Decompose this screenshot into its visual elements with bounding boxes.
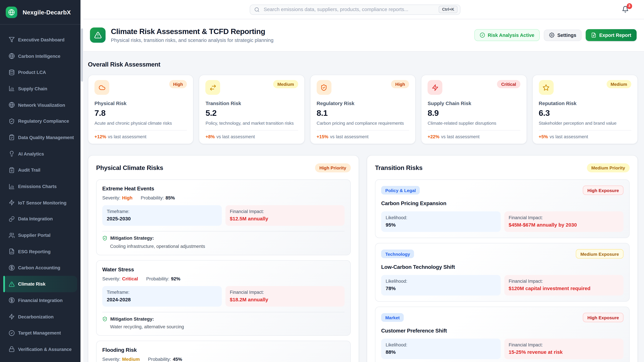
risk-analysis-status-pill: Risk Analysis Active xyxy=(474,29,540,41)
sidebar-item[interactable]: Supply Chain xyxy=(3,80,77,97)
likelihood-value: 95% xyxy=(386,222,496,228)
brand: Nexgile-DecarbX xyxy=(0,0,80,25)
main-content: Overall Risk Assessment High Physical Ri… xyxy=(83,52,644,362)
notifications-button[interactable]: 3 xyxy=(622,6,629,13)
risk-level-badge: Medium xyxy=(273,80,298,88)
likelihood-box: Likelihood: 88% xyxy=(381,339,500,359)
exposure-badge: High Exposure xyxy=(583,186,623,195)
sidebar-item-label: Target Management xyxy=(18,331,61,335)
sidebar-nav: Executive Dashboard Carbon Intelligence … xyxy=(0,25,80,358)
sidebar-item[interactable]: Verification & Assurance xyxy=(3,341,77,357)
page-icon-tile xyxy=(90,27,106,43)
probability-label: Probability: xyxy=(146,276,170,281)
sidebar-scrollbar-thumb[interactable] xyxy=(81,28,83,82)
sidebar-item[interactable]: Target Management xyxy=(3,325,77,341)
category-badge: Policy & Legal xyxy=(381,186,420,194)
sidebar-item[interactable]: Network Visualization xyxy=(3,97,77,113)
risk-summary-card: Medium Transition Risk 5.2 Policy, techn… xyxy=(199,75,304,144)
sidebar-item[interactable]: Financial Integration xyxy=(3,292,77,309)
risk-score-value: 5.2 xyxy=(206,108,298,118)
sidebar-item-label: Carbon Intelligence xyxy=(18,54,60,58)
delta-suffix: vs last assessment xyxy=(441,134,480,139)
sidebar-item[interactable]: Data Quality Management xyxy=(3,129,77,146)
sidebar-item[interactable]: Audit Trail xyxy=(3,162,77,178)
risk-score-value: 8.9 xyxy=(428,108,520,118)
category-badge: Technology xyxy=(381,250,414,258)
clipboard-check-icon xyxy=(8,134,15,141)
risk-summary-card: High Physical Risk 7.8 Acute and chronic… xyxy=(88,75,194,144)
probability-label: Probability: xyxy=(141,195,164,200)
zap-icon xyxy=(8,314,15,320)
sidebar-item-label: Audit Trail xyxy=(18,168,40,172)
financial-impact-box: Financial Impact: $18.2M annually xyxy=(225,286,344,306)
global-search[interactable]: Ctrl+K xyxy=(250,4,460,14)
export-report-button[interactable]: Export Report xyxy=(586,29,636,41)
physical-risk-name: Extreme Heat Events xyxy=(102,186,345,192)
arrows-swap-icon xyxy=(206,80,220,95)
sidebar-item[interactable]: Executive Dashboard xyxy=(3,32,77,48)
likelihood-label: Likelihood: xyxy=(386,215,496,220)
sidebar-item-label: AI Analytics xyxy=(18,151,44,156)
severity-label: Severity: xyxy=(102,195,120,200)
risk-panels: Physical Climate Risks High Priority Ext… xyxy=(88,155,638,362)
risk-summary-cards: High Physical Risk 7.8 Acute and chronic… xyxy=(88,75,638,144)
keyboard-shortcut-badge: Ctrl+K xyxy=(439,6,458,13)
likelihood-label: Likelihood: xyxy=(386,279,496,284)
sidebar-item-label: ESG Reporting xyxy=(18,249,51,254)
transition-panel-title: Transition Risks xyxy=(375,164,422,172)
zap-icon xyxy=(8,200,15,206)
risk-card-description: Policy, technology, and market transitio… xyxy=(206,121,298,125)
page-heading: Climate Risk Assessment & TCFD Reporting… xyxy=(111,27,274,43)
sidebar-item-label: Network Visualization xyxy=(18,102,65,107)
globe-icon xyxy=(8,53,15,59)
sidebar-item[interactable]: Product LCA xyxy=(3,64,77,80)
globe-icon xyxy=(8,9,15,15)
sidebar-item-label: Verification & Assurance xyxy=(18,347,72,352)
sidebar-item[interactable]: ESG Reporting xyxy=(3,243,77,260)
divider xyxy=(206,130,298,130)
shield-check-icon xyxy=(317,80,332,95)
shield-check-icon xyxy=(102,236,108,241)
sidebar-item[interactable]: Supplier Portal xyxy=(3,227,77,243)
timeframe-value: 2024-2028 xyxy=(107,297,217,302)
financial-impact-box: Financial Impact: $120M capital investme… xyxy=(504,275,623,296)
physical-risk-card: Extreme Heat Events Severity:High Probab… xyxy=(96,179,351,255)
search-icon xyxy=(254,7,260,12)
climate-risk-dashboard: Nexgile-DecarbX Executive Dashboard Carb… xyxy=(0,0,644,362)
timeframe-label: Timeframe: xyxy=(107,290,217,295)
mitigation-text: Water recycling, alternative sourcing xyxy=(110,324,344,329)
lock-icon xyxy=(8,346,15,352)
severity-value: High xyxy=(122,195,132,200)
bar-chart-icon xyxy=(8,183,15,190)
settings-button[interactable]: Settings xyxy=(544,29,582,41)
divider xyxy=(102,231,345,231)
sidebar-item-label: Product LCA xyxy=(18,70,46,75)
sidebar-item[interactable]: Decarbonization xyxy=(3,309,77,325)
delta-value: +5% xyxy=(539,134,548,139)
financial-impact-value: $120M capital investment required xyxy=(509,286,619,291)
likelihood-value: 88% xyxy=(386,349,496,355)
sidebar-item[interactable]: Regulatory Compliance xyxy=(3,113,77,129)
risk-card-title: Regulatory Risk xyxy=(317,100,409,106)
priority-badge: High Priority xyxy=(315,163,351,172)
alert-triangle-icon xyxy=(8,281,15,287)
search-input[interactable] xyxy=(263,6,439,13)
sidebar-item[interactable]: AI Analytics xyxy=(3,146,77,162)
risk-card-title: Reputation Risk xyxy=(539,100,631,106)
sidebar-item-label: Financial Integration xyxy=(18,298,62,303)
sidebar-item[interactable]: Climate Risk xyxy=(3,276,77,292)
brand-logo xyxy=(6,6,17,18)
sidebar-item[interactable]: IoT Sensor Monitoring xyxy=(3,195,77,211)
physical-risk-card: Water Stress Severity:Critical Probabili… xyxy=(96,260,351,336)
sidebar-item[interactable]: Carbon Accounting xyxy=(3,260,77,276)
lightbulb-icon xyxy=(8,151,15,157)
sidebar-item[interactable]: Data Integration xyxy=(3,211,77,227)
transition-risk-card: Policy & Legal High Exposure Carbon Pric… xyxy=(375,179,630,238)
sidebar-item[interactable]: Emissions Charts xyxy=(3,178,77,194)
database-icon xyxy=(8,69,15,75)
gear-icon xyxy=(549,32,554,38)
sidebar-item[interactable]: Carbon Intelligence xyxy=(3,48,77,64)
sidebar-item-label: Decarbonization xyxy=(18,314,54,319)
risk-card-title: Physical Risk xyxy=(94,100,187,106)
star-icon xyxy=(539,80,554,95)
